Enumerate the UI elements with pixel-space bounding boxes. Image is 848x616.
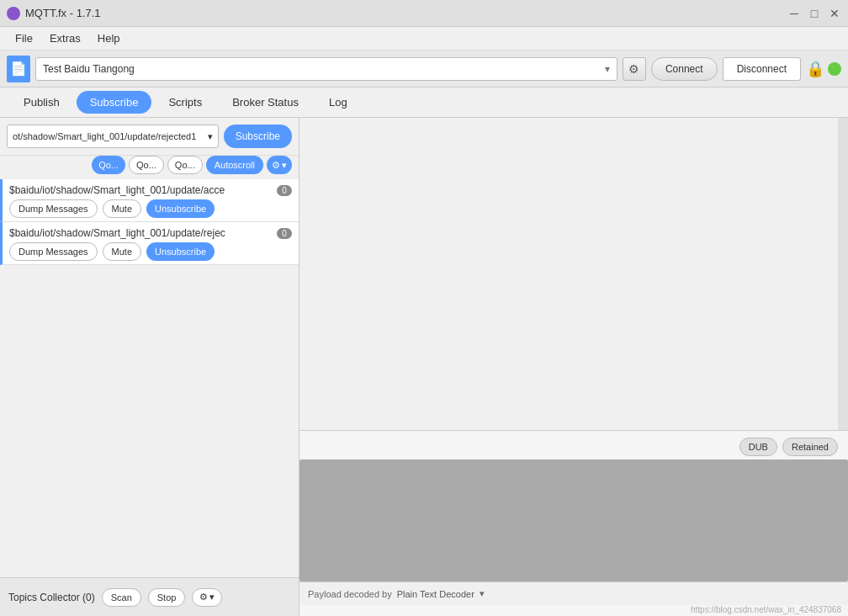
dropdown-arrow-icon: ▾ <box>282 160 287 171</box>
gear-small-icon: ⚙ <box>272 160 280 171</box>
unsubscribe-button[interactable]: Unsubscribe <box>146 199 215 218</box>
settings-gear-button[interactable]: ⚙ <box>623 57 646 81</box>
message-content-area <box>299 459 848 581</box>
collector-settings-button[interactable]: ⚙ ▾ <box>192 588 222 607</box>
message-count-badge: 0 <box>277 228 292 239</box>
retained-button[interactable]: Retained <box>782 438 838 456</box>
subscribe-button[interactable]: Subscribe <box>224 125 292 148</box>
qos0-button[interactable]: Qo... <box>92 156 125 174</box>
subscribe-arrow-icon: ▾ <box>208 131 213 142</box>
payload-bar: Payload decoded by Plain Text Decoder ▾ <box>299 581 848 605</box>
close-button[interactable]: ✕ <box>828 7 841 20</box>
app-icon <box>7 7 20 20</box>
qos1-button[interactable]: Qo... <box>129 156 164 174</box>
status-icons: 🔒 <box>806 60 841 78</box>
scan-button[interactable]: Scan <box>102 588 141 607</box>
maximize-button[interactable]: □ <box>808 7 821 20</box>
tab-broker-status[interactable]: Broker Status <box>219 91 312 114</box>
message-action-bar: DUB Retained <box>299 431 848 459</box>
subscribe-settings-button[interactable]: ⚙ ▾ <box>267 156 292 174</box>
unsubscribe-button[interactable]: Unsubscribe <box>146 242 215 261</box>
subscription-topic-row: $baidu/iot/shadow/Smart_light_001/update… <box>9 227 292 239</box>
watermark: https://blog.csdn.net/wax_in_424837068 <box>299 605 848 616</box>
tab-scripts[interactable]: Scripts <box>155 91 215 114</box>
topic-text: $baidu/iot/shadow/Smart_light_001/update… <box>9 227 272 239</box>
subscription-list: $baidu/iot/shadow/Smart_light_001/update… <box>0 179 299 577</box>
disconnect-button[interactable]: Disconnect <box>723 57 801 81</box>
mute-button[interactable]: Mute <box>103 199 141 218</box>
subscribe-topic-value: ot/shadow/Smart_light_001/update/rejecte… <box>13 131 196 141</box>
mute-button[interactable]: Mute <box>103 242 141 261</box>
list-item: $baidu/iot/shadow/Smart_light_001/update… <box>0 222 299 265</box>
profile-name: Test Baidu Tiangong <box>43 63 135 75</box>
controls-row: Qo... Qo... Qo... Autoscroll ⚙ ▾ <box>0 156 299 179</box>
stop-button[interactable]: Stop <box>148 588 186 607</box>
window-controls: ─ □ ✕ <box>787 7 841 20</box>
connection-status-dot <box>828 62 841 76</box>
collector-dropdown-icon: ▾ <box>209 592 215 603</box>
payload-dropdown-icon: ▾ <box>480 588 485 599</box>
subscription-topic-row: $baidu/iot/shadow/Smart_light_001/update… <box>9 184 292 196</box>
app-title: MQTT.fx - 1.7.1 <box>25 7 787 19</box>
message-detail-area: DUB Retained Payload decoded by Plain Te… <box>299 431 848 616</box>
connect-button[interactable]: Connect <box>651 57 718 81</box>
topic-text: $baidu/iot/shadow/Smart_light_001/update… <box>9 184 272 196</box>
menu-extras[interactable]: Extras <box>41 29 89 48</box>
subscribe-bar: ot/shadow/Smart_light_001/update/rejecte… <box>0 118 299 156</box>
topics-collector: Topics Collector (0) Scan Stop ⚙ ▾ <box>0 577 299 616</box>
dump-messages-button[interactable]: Dump Messages <box>9 242 98 261</box>
main-content: ot/shadow/Smart_light_001/update/rejecte… <box>0 118 848 616</box>
autoscroll-button[interactable]: Autoscroll <box>206 156 263 174</box>
profile-selector[interactable]: Test Baidu Tiangong ▾ <box>35 57 617 81</box>
subscription-actions: Dump Messages Mute Unsubscribe <box>9 199 292 218</box>
list-item: $baidu/iot/shadow/Smart_light_001/update… <box>0 179 299 222</box>
tab-log[interactable]: Log <box>315 91 361 114</box>
connection-doc-icon: 📄 <box>7 56 30 82</box>
payload-label: Payload decoded by <box>308 589 392 599</box>
subscribe-topic-input[interactable]: ot/shadow/Smart_light_001/update/rejecte… <box>7 125 219 148</box>
title-bar: MQTT.fx - 1.7.1 ─ □ ✕ <box>0 0 848 27</box>
qos2-button[interactable]: Qo... <box>167 156 203 174</box>
dub-button[interactable]: DUB <box>739 438 777 456</box>
right-panel: DUB Retained Payload decoded by Plain Te… <box>299 118 848 616</box>
lock-icon: 🔒 <box>806 60 824 78</box>
vertical-scrollbar[interactable] <box>838 118 848 430</box>
message-display-area <box>299 118 848 431</box>
menu-bar: File Extras Help <box>0 27 848 50</box>
menu-help[interactable]: Help <box>89 29 129 48</box>
tab-publish[interactable]: Publish <box>10 91 73 114</box>
topics-collector-label: Topics Collector (0) <box>8 592 95 603</box>
subscription-actions: Dump Messages Mute Unsubscribe <box>9 242 292 261</box>
payload-decoder-select[interactable]: Plain Text Decoder <box>397 589 474 599</box>
menu-file[interactable]: File <box>7 29 41 48</box>
left-panel: ot/shadow/Smart_light_001/update/rejecte… <box>0 118 299 616</box>
connection-bar: 📄 Test Baidu Tiangong ▾ ⚙ Connect Discon… <box>0 50 848 88</box>
minimize-button[interactable]: ─ <box>787 7 801 20</box>
tab-bar: Publish Subscribe Scripts Broker Status … <box>0 88 848 118</box>
message-count-badge: 0 <box>277 185 292 196</box>
tab-subscribe[interactable]: Subscribe <box>77 91 152 114</box>
profile-arrow-icon: ▾ <box>605 63 610 75</box>
gear-collector-icon: ⚙ <box>199 592 208 603</box>
dump-messages-button[interactable]: Dump Messages <box>9 199 98 218</box>
